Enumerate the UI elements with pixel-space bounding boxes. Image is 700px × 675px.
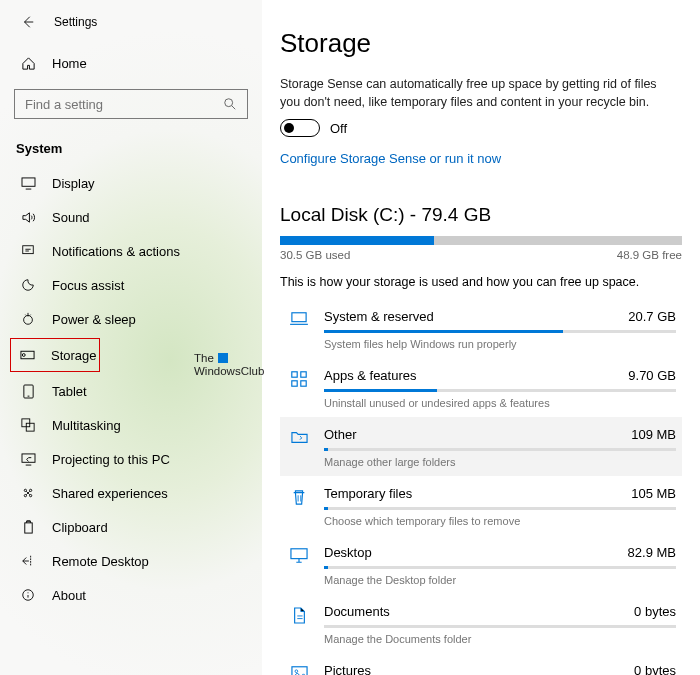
storage-breakdown-explain: This is how your storage is used and how… <box>280 275 682 289</box>
svg-point-23 <box>295 670 298 673</box>
sidebar-item-multitasking[interactable]: Multitasking <box>0 408 262 442</box>
svg-rect-16 <box>292 313 306 322</box>
category-subtext: Uninstall unused or undesired apps & fea… <box>324 397 676 409</box>
nav-icon <box>20 347 35 363</box>
sidebar-item-label: Sound <box>52 210 90 225</box>
sidebar-item-about[interactable]: About <box>0 578 262 612</box>
sidebar-item-clipboard[interactable]: Clipboard <box>0 510 262 544</box>
storage-category-system-reserved[interactable]: System & reserved20.7 GBSystem files hel… <box>280 299 682 358</box>
folder-icon <box>288 427 310 468</box>
nav-icon <box>20 451 36 467</box>
storage-category-temporary-files[interactable]: Temporary files105 MBChoose which tempor… <box>280 476 682 535</box>
category-name: Pictures <box>324 663 371 675</box>
sidebar-item-notifications-actions[interactable]: Notifications & actions <box>0 234 262 268</box>
category-size: 9.70 GB <box>628 368 676 383</box>
category-bar <box>324 625 676 628</box>
sidebar-item-label: Display <box>52 176 95 191</box>
category-subtext: Manage the Desktop folder <box>324 574 676 586</box>
disk-used-label: 30.5 GB used <box>280 249 350 261</box>
sidebar-item-label: Power & sleep <box>52 312 136 327</box>
sidebar-item-remote-desktop[interactable]: Remote Desktop <box>0 544 262 578</box>
sidebar-item-label: Remote Desktop <box>52 554 149 569</box>
sidebar: Settings Home System DisplaySoundNotific… <box>0 0 262 675</box>
nav-icon <box>20 311 36 327</box>
sidebar-item-label: Tablet <box>52 384 87 399</box>
laptop-icon <box>288 309 310 350</box>
category-bar <box>324 507 676 510</box>
svg-point-3 <box>24 316 33 325</box>
category-subtext: Manage other large folders <box>324 456 676 468</box>
back-icon[interactable] <box>20 14 36 30</box>
sidebar-item-power-sleep[interactable]: Power & sleep <box>0 302 262 336</box>
sidebar-home-label: Home <box>52 56 87 71</box>
svg-rect-4 <box>21 351 34 359</box>
title-bar: Settings <box>0 10 262 42</box>
sidebar-item-storage[interactable]: Storage <box>10 338 100 372</box>
category-size: 0 bytes <box>634 604 676 619</box>
storage-category-desktop[interactable]: Desktop82.9 MBManage the Desktop folder <box>280 535 682 594</box>
svg-point-10 <box>24 489 26 491</box>
category-size: 82.9 MB <box>628 545 676 560</box>
svg-rect-20 <box>301 381 306 386</box>
sidebar-item-label: Clipboard <box>52 520 108 535</box>
sidebar-item-label: About <box>52 588 86 603</box>
trash-icon <box>288 486 310 527</box>
nav-icon <box>20 383 36 399</box>
sidebar-item-label: Projecting to this PC <box>52 452 170 467</box>
category-name: Temporary files <box>324 486 412 501</box>
sidebar-item-sound[interactable]: Sound <box>0 200 262 234</box>
storage-category-apps-features[interactable]: Apps & features9.70 GBUninstall unused o… <box>280 358 682 417</box>
storage-sense-description: Storage Sense can automatically free up … <box>280 75 660 111</box>
storage-category-list: System & reserved20.7 GBSystem files hel… <box>280 299 682 675</box>
category-size: 105 MB <box>631 486 676 501</box>
sidebar-item-tablet[interactable]: Tablet <box>0 374 262 408</box>
category-bar <box>324 330 676 333</box>
svg-rect-19 <box>292 381 297 386</box>
sidebar-item-shared-experiences[interactable]: Shared experiences <box>0 476 262 510</box>
category-name: Desktop <box>324 545 372 560</box>
window-title: Settings <box>54 15 97 29</box>
sidebar-home[interactable]: Home <box>0 48 262 79</box>
disk-title: Local Disk (C:) - 79.4 GB <box>280 204 682 226</box>
nav-icon <box>20 175 36 191</box>
page-title: Storage <box>280 28 682 59</box>
pic-icon <box>288 663 310 675</box>
category-name: Other <box>324 427 357 442</box>
sidebar-nav: DisplaySoundNotifications & actionsFocus… <box>0 166 262 612</box>
category-bar <box>324 389 676 392</box>
storage-category-pictures[interactable]: Pictures0 bytesManage the Pictures folde… <box>280 653 682 675</box>
nav-icon <box>20 587 36 603</box>
search-input[interactable] <box>25 97 223 112</box>
nav-icon <box>20 553 36 569</box>
sidebar-item-label: Shared experiences <box>52 486 168 501</box>
configure-storage-sense-link[interactable]: Configure Storage Sense or run it now <box>280 151 501 166</box>
svg-point-12 <box>24 494 26 496</box>
nav-icon <box>20 485 36 501</box>
category-subtext: System files help Windows run properly <box>324 338 676 350</box>
main-content: Storage Storage Sense can automatically … <box>262 0 700 675</box>
svg-point-0 <box>225 99 233 107</box>
storage-category-documents[interactable]: Documents0 bytesManage the Documents fol… <box>280 594 682 653</box>
sidebar-item-projecting-to-this-pc[interactable]: Projecting to this PC <box>0 442 262 476</box>
svg-rect-17 <box>292 372 297 377</box>
category-subtext: Manage the Documents folder <box>324 633 676 645</box>
svg-rect-21 <box>291 549 307 559</box>
monitor-icon <box>288 545 310 586</box>
sidebar-item-focus-assist[interactable]: Focus assist <box>0 268 262 302</box>
storage-category-other[interactable]: Other109 MBManage other large folders <box>280 417 682 476</box>
category-name: Apps & features <box>324 368 417 383</box>
nav-icon <box>20 243 36 259</box>
sidebar-item-label: Notifications & actions <box>52 244 180 259</box>
storage-sense-toggle[interactable] <box>280 119 320 137</box>
search-icon <box>223 97 237 111</box>
svg-point-11 <box>29 489 31 491</box>
category-size: 20.7 GB <box>628 309 676 324</box>
nav-icon <box>20 417 36 433</box>
sidebar-item-display[interactable]: Display <box>0 166 262 200</box>
search-box[interactable] <box>14 89 248 119</box>
disk-usage-bar <box>280 236 682 245</box>
nav-icon <box>20 277 36 293</box>
svg-rect-1 <box>22 177 35 185</box>
sidebar-item-label: Storage <box>51 348 97 363</box>
nav-icon <box>20 519 36 535</box>
